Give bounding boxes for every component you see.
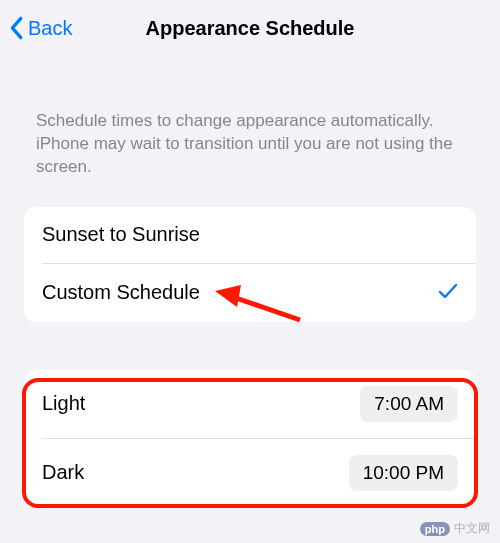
watermark-text: 中文网: [454, 520, 490, 537]
dark-time-row[interactable]: Dark 10:00 PM: [24, 439, 476, 507]
light-time-value[interactable]: 7:00 AM: [360, 386, 458, 422]
schedule-type-group: Sunset to Sunrise Custom Schedule: [24, 207, 476, 322]
watermark-badge: php: [420, 522, 450, 536]
light-time-row[interactable]: Light 7:00 AM: [24, 370, 476, 438]
description-text: Schedule times to change appearance auto…: [0, 56, 500, 191]
page-title: Appearance Schedule: [146, 17, 355, 40]
option-label: Custom Schedule: [42, 281, 200, 304]
dark-time-value[interactable]: 10:00 PM: [349, 455, 458, 491]
light-label: Light: [42, 392, 85, 415]
back-button[interactable]: Back: [8, 16, 72, 40]
option-custom-schedule[interactable]: Custom Schedule: [24, 264, 476, 322]
back-label: Back: [28, 17, 72, 40]
dark-label: Dark: [42, 461, 84, 484]
navigation-bar: Back Appearance Schedule: [0, 0, 500, 56]
time-settings-group: Light 7:00 AM Dark 10:00 PM: [24, 370, 476, 507]
option-label: Sunset to Sunrise: [42, 223, 200, 246]
checkmark-icon: [438, 280, 458, 306]
watermark: php 中文网: [420, 520, 490, 537]
option-sunset-to-sunrise[interactable]: Sunset to Sunrise: [24, 207, 476, 263]
chevron-left-icon: [8, 16, 24, 40]
